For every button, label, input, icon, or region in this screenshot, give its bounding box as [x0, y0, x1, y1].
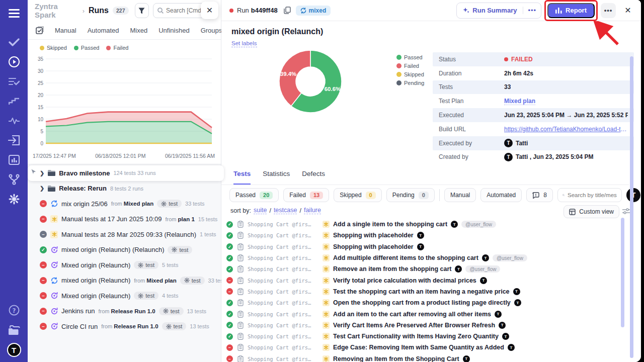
failed-status-icon: −: [226, 288, 233, 295]
tab-groups[interactable]: Groups: [201, 27, 222, 34]
tab-automated[interactable]: Automated: [88, 27, 119, 34]
run-list-item[interactable]: −Manual tests at 17 Jun 2025 10:09from p…: [28, 212, 221, 227]
filter-automated[interactable]: Automated: [480, 188, 522, 202]
branches-icon[interactable]: [8, 173, 21, 186]
profile-avatar[interactable]: T: [7, 343, 21, 357]
more-actions-button[interactable]: •••: [601, 3, 616, 18]
run-list-item[interactable]: ✓mixed origin (Relaunch) (Relaunch) test: [28, 242, 221, 258]
test-plan-link[interactable]: Mixed plan: [504, 98, 535, 105]
filter-failed[interactable]: Failed13: [283, 188, 329, 202]
analytics-icon[interactable]: [8, 153, 21, 166]
test-title[interactable]: Remove an item from the shopping cart: [333, 265, 451, 273]
panel-scrollbar[interactable]: [630, 56, 633, 358]
filter-passed[interactable]: Passed20: [229, 188, 279, 202]
test-title[interactable]: Shopping with placeholder: [333, 232, 414, 239]
select-all-icon[interactable]: [36, 26, 44, 35]
help-icon[interactable]: ?: [8, 304, 21, 317]
test-title[interactable]: Removing an Item from the Shopping Cart: [333, 355, 459, 362]
test-row[interactable]: ✓Shopping Cart @firs…Shopping with place…: [226, 241, 626, 252]
test-title[interactable]: Open the shopping cart from a product li…: [333, 299, 511, 306]
chevron-right-icon[interactable]: ❯: [40, 170, 44, 176]
runs-play-icon[interactable]: [8, 55, 21, 68]
donut-legend-item[interactable]: Pending: [396, 80, 424, 86]
test-title[interactable]: Add multiple different items to the shop…: [333, 254, 478, 261]
test-title[interactable]: Add a single item to the shopping cart: [333, 221, 447, 228]
run-list-item[interactable]: −Circle CI runfrom Release Run 1.0 test1…: [28, 319, 221, 334]
filter-skipped[interactable]: Skipped0: [334, 188, 382, 202]
run-list-item[interactable]: ❯Bravo milestone124 tests 33 runs: [28, 165, 224, 181]
view-settings-icon[interactable]: [622, 208, 630, 215]
import-icon[interactable]: [8, 134, 21, 147]
test-title[interactable]: Edge Case: Removing Item with Same Quant…: [333, 344, 504, 351]
run-list-item[interactable]: −Manual tests at 28 Mar 2025 09:33 (Rela…: [28, 227, 221, 242]
sort-option-suite[interactable]: suite: [254, 207, 267, 214]
test-row[interactable]: ✓Shopping Cart @firs…Add multiple differ…: [226, 252, 626, 263]
test-row[interactable]: −Shopping Cart @firs…Edge Case: Removing…: [226, 342, 626, 353]
test-row[interactable]: ✓Shopping Cart @firs…Shopping with place…: [226, 230, 626, 241]
run-list-item[interactable]: ❯Release: Rerun8 tests 2 runs: [28, 181, 221, 197]
test-row[interactable]: ✓Shopping Cart @firs…Open the shopping c…: [226, 297, 626, 308]
test-title[interactable]: Test Cart Functionality with Items Havin…: [333, 333, 499, 340]
milestones-steps-icon[interactable]: [8, 95, 21, 108]
donut-legend-item[interactable]: Skipped: [396, 71, 424, 77]
test-tag: @user_flow: [493, 254, 527, 261]
tests-search[interactable]: [557, 188, 622, 202]
tab-mixed[interactable]: Mixed: [130, 27, 148, 34]
run-summary-more-button[interactable]: •••: [523, 7, 541, 14]
filter-pending[interactable]: Pending0: [386, 188, 435, 202]
tests-scrollbar[interactable]: [621, 218, 624, 327]
run-list-item[interactable]: −Mixed origin (Relaunch) test5 tests: [28, 257, 221, 273]
run-list-item[interactable]: −Jenkins runfrom Release Run 1.0 test13 …: [28, 304, 221, 319]
legend-item[interactable]: Skipped: [40, 45, 67, 51]
projects-folder-icon[interactable]: [8, 323, 21, 336]
breadcrumb-project[interactable]: Zyntra Spark: [35, 2, 78, 19]
donut-legend-item[interactable]: Failed: [396, 63, 424, 69]
run-list-item[interactable]: −mixed origin (Relaunch)from Mixed plan …: [28, 273, 221, 289]
test-title[interactable]: Test the shopping cart with an item havi…: [333, 288, 510, 295]
custom-view-button[interactable]: Custom view: [564, 205, 619, 218]
sort-option-testcase[interactable]: testcase: [274, 207, 297, 214]
copy-run-id-button[interactable]: [284, 7, 291, 14]
test-row[interactable]: ✓Shopping Cart @firs…Test Cart Functiona…: [226, 331, 626, 342]
tests-search-input[interactable]: [568, 192, 617, 198]
legend-item[interactable]: Failed: [106, 45, 128, 51]
test-title[interactable]: Verify total price calculation with deci…: [333, 277, 476, 284]
detail-tab-statistics[interactable]: Statistics: [263, 170, 290, 185]
close-run-button[interactable]: ✕: [621, 4, 635, 18]
settings-gear-icon[interactable]: [8, 193, 21, 206]
pulse-icon[interactable]: [8, 114, 21, 127]
detail-tab-tests[interactable]: Tests: [233, 170, 251, 185]
test-row[interactable]: −Shopping Cart @firs…Verify total price …: [226, 275, 626, 286]
filter-manual[interactable]: Manual: [444, 188, 476, 202]
detail-tab-defects[interactable]: Defects: [302, 170, 325, 185]
test-row[interactable]: ✓Shopping Cart @firs…Add an item to the …: [226, 308, 626, 319]
passed-status-icon: ✓: [226, 221, 233, 228]
tests-check-icon[interactable]: [8, 36, 21, 49]
tab-manual[interactable]: Manual: [55, 27, 76, 34]
test-title[interactable]: Add an item to the cart after removing a…: [333, 311, 491, 318]
test-row[interactable]: −Shopping Cart @firs…Removing an Item fr…: [226, 353, 626, 362]
comments-filter-button[interactable]: 8: [526, 188, 553, 202]
set-labels-link[interactable]: Set labels: [231, 40, 257, 47]
test-row[interactable]: ✓Shopping Cart @firs…Add a single item t…: [226, 219, 626, 230]
test-row[interactable]: ✓Shopping Cart @firs…Remove an item from…: [226, 263, 626, 275]
panel-close-button[interactable]: ✕: [201, 2, 218, 19]
run-list-item[interactable]: −Mixed origin (Relaunch) test4 tests: [28, 288, 221, 304]
plans-list-icon[interactable]: [8, 75, 21, 88]
test-row[interactable]: ✓Shopping Cart @firs…Verify Cart Items A…: [226, 320, 626, 331]
test-title[interactable]: Verify Cart Items Are Preserved After Br…: [333, 322, 495, 329]
filter-button[interactable]: [135, 3, 149, 18]
legend-item[interactable]: Passed: [74, 45, 100, 51]
test-row[interactable]: −Shopping Cart @firs…Test the shopping c…: [226, 286, 626, 297]
test-title[interactable]: Shopping with placeholder: [333, 243, 414, 250]
sort-option-failure[interactable]: failure: [304, 207, 321, 214]
run-summary-button[interactable]: Run Summary: [457, 7, 523, 14]
menu-icon[interactable]: [8, 7, 21, 20]
donut-legend-item[interactable]: Passed: [396, 54, 424, 60]
run-list-item[interactable]: −mix origin 25/06from Mixed plan test33 …: [28, 196, 221, 212]
tab-unfinished[interactable]: Unfinished: [158, 27, 189, 34]
chevron-right-icon[interactable]: ❯: [40, 185, 44, 192]
build-url-link[interactable]: https://github.com/TetianaKhomenko/Load-…: [504, 126, 627, 133]
detail-row: Created byTTatti , Jun 23, 2025 5:04 PM: [433, 150, 634, 164]
report-button[interactable]: Report: [547, 3, 595, 18]
